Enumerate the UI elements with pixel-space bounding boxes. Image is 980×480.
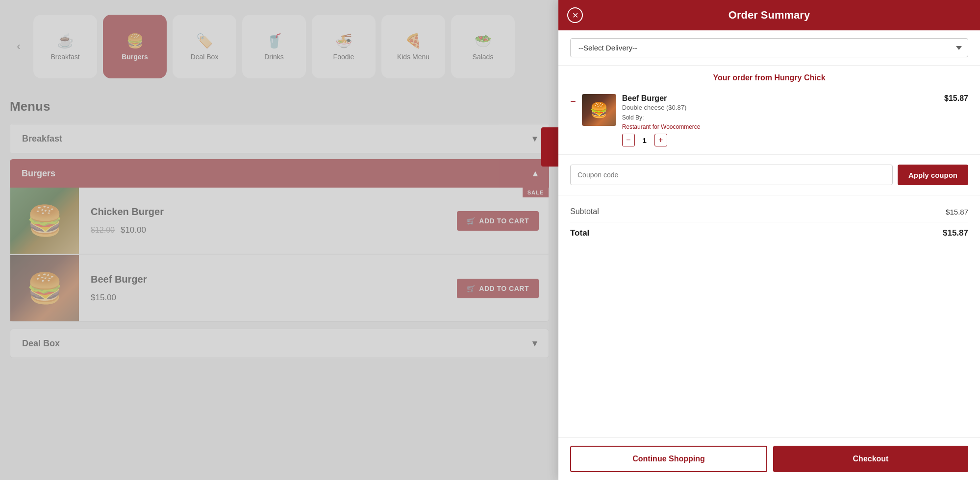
continue-shopping-button[interactable]: Continue Shopping — [570, 446, 767, 472]
cart-item-image: 🍔 — [582, 94, 616, 126]
category-label-breakfast: Breakfast — [50, 53, 79, 61]
coupon-input[interactable] — [570, 165, 893, 185]
qty-value: 1 — [640, 136, 650, 144]
chicken-burger-current-price: $10.00 — [121, 225, 146, 235]
cart-item-sold-by: Sold By: — [622, 114, 938, 121]
sidebar-body: --Select Delivery-- Your order from Hung… — [558, 30, 980, 437]
close-button[interactable]: ✕ — [567, 7, 583, 23]
category-item-dealbox[interactable]: 🏷️ Deal Box — [173, 15, 236, 78]
accordion-header-burgers[interactable]: Burgers ▴ — [10, 159, 549, 188]
checkout-button[interactable]: Checkout — [773, 446, 968, 472]
subtotal-row: Subtotal $15.87 — [570, 203, 968, 220]
subtotal-label: Subtotal — [570, 207, 599, 216]
chicken-burger-image: 🍔 — [10, 188, 79, 254]
chevron-down-icon: ▾ — [532, 133, 537, 144]
dealbox-icon: 🏷️ — [196, 33, 213, 49]
qty-decrease-button[interactable]: − — [622, 134, 635, 146]
category-label-foodie: Foodie — [333, 53, 354, 61]
beef-burger-current-price: $15.00 — [91, 293, 116, 303]
sale-badge: SALE — [523, 188, 549, 197]
cart-item-name: Beef Burger — [622, 94, 938, 103]
kidsmenu-icon: 🍕 — [405, 33, 422, 49]
category-item-burgers[interactable]: 🍔 Burgers — [103, 15, 167, 78]
remove-item-button[interactable]: − — [570, 96, 576, 107]
delivery-select-wrap: --Select Delivery-- — [558, 30, 980, 66]
cart-item-description: Double cheese ($0.87) — [622, 104, 938, 111]
delivery-select[interactable]: --Select Delivery-- — [570, 38, 968, 57]
order-from-label: Your order from Hungry Chick — [558, 66, 980, 86]
cart-item-price-col: $15.87 — [944, 94, 968, 103]
category-label-kidsmenu: Kids Menu — [397, 53, 429, 61]
action-buttons: Continue Shopping Checkout — [558, 437, 980, 480]
menu-item-chicken-burger: 🍔 Chicken Burger $12.00 $10.00 🛒 ADD TO … — [10, 188, 549, 254]
burgers-icon: 🍔 — [126, 33, 144, 49]
category-label-drinks: Drinks — [264, 53, 284, 61]
partial-red-bar — [541, 127, 561, 167]
cart-item-sold-link[interactable]: Restaurant for Woocommerce — [622, 123, 701, 130]
category-item-salads[interactable]: 🥗 Salads — [451, 15, 515, 78]
accordion-label-breakfast: Breakfast — [22, 134, 62, 144]
sidebar-header: ✕ Order Summary — [558, 0, 980, 30]
beef-burger-price-row: $15.00 — [91, 293, 445, 303]
chicken-burger-name: Chicken Burger — [91, 206, 445, 217]
category-item-foodie[interactable]: 🍜 Foodie — [312, 15, 376, 78]
subtotal-value: $15.87 — [946, 208, 968, 216]
category-item-drinks[interactable]: 🥤 Drinks — [242, 15, 306, 78]
nav-prev-arrow[interactable]: ‹ — [10, 38, 27, 55]
salads-icon: 🥗 — [475, 33, 492, 49]
total-label: Total — [570, 228, 589, 238]
apply-coupon-button[interactable]: Apply coupon — [898, 165, 968, 185]
chevron-down-icon-2: ▾ — [532, 338, 537, 349]
cart-item-quantity: − 1 + — [622, 134, 938, 146]
accordion-breakfast: Breakfast ▾ — [10, 124, 549, 153]
beef-burger-name: Beef Burger — [91, 274, 445, 285]
foodie-icon: 🍜 — [335, 33, 352, 49]
category-navigation: ‹ ☕ Breakfast 🍔 Burgers 🏷️ Deal Box 🥤 Dr… — [10, 10, 549, 83]
total-value: $15.87 — [943, 228, 968, 238]
chicken-burger-details: Chicken Burger $12.00 $10.00 — [79, 196, 457, 245]
main-content: ‹ ☕ Breakfast 🍔 Burgers 🏷️ Deal Box 🥤 Dr… — [0, 0, 559, 480]
accordion-label-burgers: Burgers — [22, 168, 55, 179]
chicken-burger-original-price: $12.00 — [91, 226, 115, 235]
category-label-salads: Salads — [473, 53, 494, 61]
accordion-label-dealbox: Deal Box — [22, 338, 60, 349]
sidebar-title: Order Summary — [729, 9, 810, 22]
accordion-header-dealbox[interactable]: Deal Box ▾ — [10, 329, 549, 358]
cart-item-price: $15.87 — [944, 94, 968, 103]
chevron-up-icon: ▴ — [533, 168, 537, 179]
accordion-burgers: Burgers ▴ 🍔 Chicken Burger $12.00 $10.00… — [10, 159, 549, 323]
category-label-burgers: Burgers — [122, 53, 148, 61]
breakfast-icon: ☕ — [57, 33, 74, 49]
menus-title: Menus — [10, 99, 549, 114]
beef-burger-add-to-cart[interactable]: 🛒 ADD TO CART — [457, 279, 539, 298]
drinks-icon: 🥤 — [266, 33, 283, 49]
chicken-burger-add-to-cart[interactable]: 🛒 ADD TO CART — [457, 211, 539, 231]
category-label-dealbox: Deal Box — [191, 53, 219, 61]
beef-burger-image: 🍔 — [10, 255, 79, 321]
cart-item-beef-burger: − 🍔 Beef Burger Double cheese ($0.87) So… — [558, 86, 980, 155]
order-sidebar: ✕ Order Summary --Select Delivery-- Your… — [558, 0, 980, 480]
cart-item-info: Beef Burger Double cheese ($0.87) Sold B… — [622, 94, 938, 146]
menu-item-beef-burger: 🍔 Beef Burger $15.00 🛒 ADD TO CART — [10, 255, 549, 322]
coupon-section: Apply coupon — [558, 155, 980, 195]
qty-increase-button[interactable]: + — [654, 134, 667, 146]
beef-burger-details: Beef Burger $15.00 — [79, 264, 457, 312]
total-row: Total $15.87 — [570, 222, 968, 244]
totals-section: Subtotal $15.87 Total $15.87 — [558, 195, 980, 252]
category-item-breakfast[interactable]: ☕ Breakfast — [33, 15, 97, 78]
chicken-burger-price-row: $12.00 $10.00 — [91, 225, 445, 235]
category-item-kidsmenu[interactable]: 🍕 Kids Menu — [381, 15, 445, 78]
cart-icon-2: 🛒 — [467, 285, 476, 292]
cart-icon: 🛒 — [467, 217, 476, 225]
accordion-header-breakfast[interactable]: Breakfast ▾ — [10, 124, 549, 153]
